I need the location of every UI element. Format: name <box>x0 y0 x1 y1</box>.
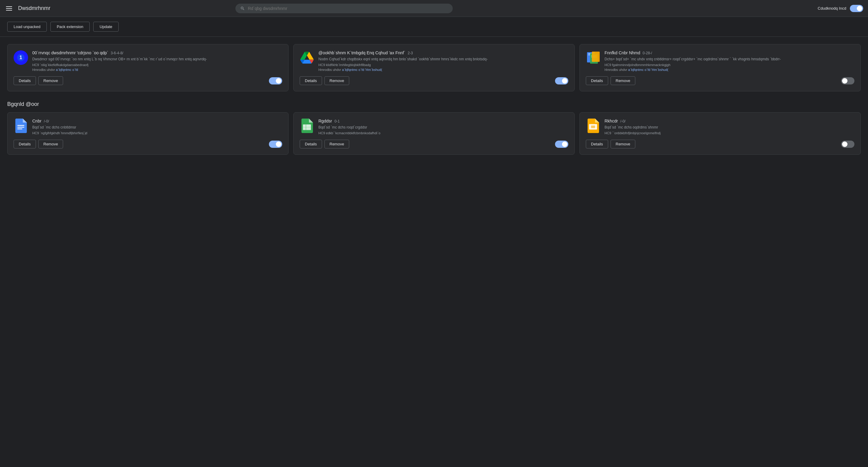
svg-rect-12 <box>303 125 311 130</box>
pack-extension-button[interactable]: Pack extension <box>51 22 90 32</box>
app-card-header-1: Rgddsr 0-1 Bqd`sd `mc dchs roqd`crgddsr … <box>300 119 568 135</box>
ext-privacy-1: Hmrodbs uhdvr a`bjfqntmc o`fd 'Hm`bshud( <box>318 68 568 71</box>
ext-name-row-2: Fnnfkd Cnbr Nhmd 0-28-/ <box>604 51 855 55</box>
svg-rect-18 <box>591 126 595 128</box>
header: Dwsdmrhnmr Cdudknodq Incd <box>0 0 868 17</box>
remove-button-2[interactable]: Remove <box>611 76 635 85</box>
extension-card-1: @ookhb`shnm K`tmbgdq Enq Cqhud 'ax Fnnf`… <box>293 44 575 91</box>
ext-toggle-2[interactable] <box>841 77 855 85</box>
apps-grid: Cnbr /-0/ Bqd`sd `mc dchs cnbtldmsr HC9 … <box>7 112 861 155</box>
details-button-0[interactable]: Details <box>13 76 36 85</box>
extension-icon-0: 1 <box>13 51 28 65</box>
app-name-row-2: Rkhcdr /-0/ <box>604 119 855 123</box>
app-card-footer-2: Details Remove <box>586 140 855 148</box>
app-toggle-1[interactable] <box>555 141 568 148</box>
ext-name-0: 00`rrvnqc dwsdmrhnmr 'cdrjsno `oo qdp` <box>32 51 108 55</box>
ext-card-footer-2: Details Remove <box>586 76 855 85</box>
app-card-footer-1: Details Remove <box>300 140 568 148</box>
app-version-0: /-0/ <box>44 119 49 123</box>
app-card-1: Rgddsr 0-1 Bqd`sd `mc dchs roqd`crgddsr … <box>293 112 575 155</box>
search-bar <box>236 4 453 13</box>
ext-privacy-link-1b[interactable]: 'Hm`bshud( <box>365 68 382 71</box>
app-name-row-0: Cnbr /-0/ <box>32 119 282 123</box>
app-details-button-0[interactable]: Details <box>13 140 36 148</box>
ext-id-0: HC9 `nliig`kkefidfkakdgdaeoabednaofj <box>32 63 282 67</box>
app-description-0: Bqd`sd `mc dchs cnbtldmsr <box>32 125 282 130</box>
section-title: Bgqnld @oor <box>7 101 861 107</box>
app-card-0: Cnbr /-0/ Bqd`sd `mc dchs cnbtldmsr HC9 … <box>7 112 288 155</box>
ext-toggle-0[interactable] <box>269 77 282 85</box>
svg-rect-9 <box>17 125 24 126</box>
app-id-1: HC9 edkb``kcmacmbbklfcbmbnkodafhdì`o <box>318 131 568 135</box>
app-toggle-2[interactable] <box>841 141 855 148</box>
ext-version-0: 3-6-4-8/ <box>111 51 123 55</box>
ext-info-2: Fnnfkd Cnbr Nhmd 0-28-/ Dchs+ bqd`sd+ `m… <box>604 51 855 71</box>
ext-name-row-0: 00`rrvnqc dwsdmrhnmr 'cdrjsno `oo qdp` 3… <box>32 51 282 55</box>
app-icon-slides <box>586 119 600 133</box>
ext-name-2: Fnnfkd Cnbr Nhmd <box>604 51 640 55</box>
app-description-1: Bqd`sd `mc dchs roqd`crgddsr <box>318 125 568 130</box>
details-button-2[interactable]: Details <box>586 76 608 85</box>
svg-rect-11 <box>17 129 22 129</box>
ext-privacy-link-1[interactable]: a`bjfqntmc o`fd <box>342 68 364 71</box>
load-unpacked-button[interactable]: Load unpacked <box>7 22 47 32</box>
app-name-row-1: Rgddsr 0-1 <box>318 119 568 123</box>
ext-description-1: Nodm Cqhud`kdr chqdbskx eqnl xntq aqnvrd… <box>318 57 568 62</box>
app-name-1: Rgddsr <box>318 119 332 123</box>
ext-privacy-link-0[interactable]: a`bjfqntmc o`fd <box>56 68 78 71</box>
app-description-2: Bqd`sd `mc dchs oqdrdms`shnmr <box>604 125 855 130</box>
ext-name-row-1: @ookhb`shnm K`tmbgdq Enq Cqhud 'ax Fnnf`… <box>318 51 568 55</box>
app-name-0: Cnbr <box>32 119 41 123</box>
update-button[interactable]: Update <box>93 22 119 32</box>
extension-icon-2 <box>586 51 600 65</box>
app-id-0: HC9 `ngfglhfgkhdh`hmmdfjbhirñknj`jd <box>32 131 282 135</box>
ext-name-1: @ookhb`shnm K`tmbgdq Enq Cqhud 'ax Fnnf` <box>318 51 405 55</box>
extension-icon-1 <box>300 51 314 65</box>
ext-privacy-link-2[interactable]: a`bjfqntmc o`fd <box>628 68 650 71</box>
search-input[interactable] <box>248 6 448 11</box>
app-remove-button-2[interactable]: Remove <box>611 140 635 148</box>
ext-card-header-1: @ookhb`shnm K`tmbgdq Enq Cqhud 'ax Fnnf`… <box>300 51 568 71</box>
app-info-2: Rkhcdr /-0/ Bqd`sd `mc dchs oqdrdms`shnm… <box>604 119 855 135</box>
app-remove-button-1[interactable]: Remove <box>324 140 349 148</box>
ext-description-2: Dchs+ bqd`sd+ `mc uhdv xntq cnbtldmsr+ r… <box>604 57 855 62</box>
ext-description-0: Dwsdmcr sgd 00`rrvnqc `oo nm xntq L`b nq… <box>32 57 282 62</box>
app-remove-button-0[interactable]: Remove <box>38 140 63 148</box>
extension-card-2: Fnnfkd Cnbr Nhmd 0-28-/ Dchs+ bqd`sd+ `m… <box>580 44 861 91</box>
svg-rect-8 <box>592 52 600 62</box>
search-icon <box>240 6 245 11</box>
ext-card-header-0: 1 00`rrvnqc dwsdmrhnmr 'cdrjsno `oo qdp`… <box>13 51 282 71</box>
app-details-button-1[interactable]: Details <box>300 140 322 148</box>
app-toggle-0[interactable] <box>269 141 282 148</box>
ext-version-1: 2-3 <box>408 51 413 55</box>
page-title: Dwsdmrhnmr <box>18 5 51 11</box>
details-button-1[interactable]: Details <box>300 76 322 85</box>
extension-card-0: 1 00`rrvnqc dwsdmrhnmr 'cdrjsno `oo qdp`… <box>7 44 288 91</box>
ext-card-footer-0: Details Remove <box>13 76 282 85</box>
app-details-button-2[interactable]: Details <box>586 140 608 148</box>
ext-version-2: 0-28-/ <box>643 51 652 55</box>
remove-button-0[interactable]: Remove <box>38 76 63 85</box>
hamburger-menu-icon[interactable] <box>5 5 13 12</box>
ext-card-footer-1: Details Remove <box>300 76 568 85</box>
remove-button-1[interactable]: Remove <box>324 76 349 85</box>
app-version-2: /-0/ <box>620 119 625 123</box>
main-content: 1 00`rrvnqc dwsdmrhnmr 'cdrjsno `oo qdp`… <box>0 37 868 172</box>
header-right: Cdudknodq Incd <box>817 5 863 12</box>
app-icon-sheets <box>300 119 314 133</box>
ext-info-1: @ookhb`shnm K`tmbgdq Enq Cqhud 'ax Fnnf`… <box>318 51 568 71</box>
ext-toggle-1[interactable] <box>555 77 568 85</box>
app-card-footer-0: Details Remove <box>13 140 282 148</box>
app-version-1: 0-1 <box>334 119 340 123</box>
app-card-header-2: Rkhcdr /-0/ Bqd`sd `mc dchs oqdrdms`shnm… <box>586 119 855 135</box>
dev-mode-toggle[interactable] <box>850 5 863 12</box>
ext-id-1: HC9 klidfIkhb`lmhllegblojbklhfllbadg <box>318 63 568 67</box>
ext-privacy-link-2b[interactable]: 'Hm`bshud( <box>651 68 669 71</box>
svg-text:1: 1 <box>20 55 22 60</box>
ext-info-0: 00`rrvnqc dwsdmrhnmr 'cdrjsno `oo qdp` 3… <box>32 51 282 71</box>
app-card-2: Rkhcdr /-0/ Bqd`sd `mc dchs oqdrdms`shnm… <box>580 112 861 155</box>
app-info-1: Rgddsr 0-1 Bqd`sd `mc dchs roqd`crgddsr … <box>318 119 568 135</box>
svg-rect-10 <box>17 127 24 127</box>
app-info-0: Cnbr /-0/ Bqd`sd `mc dchs cnbtldmsr HC9 … <box>32 119 282 135</box>
app-icon-docs <box>13 119 28 133</box>
